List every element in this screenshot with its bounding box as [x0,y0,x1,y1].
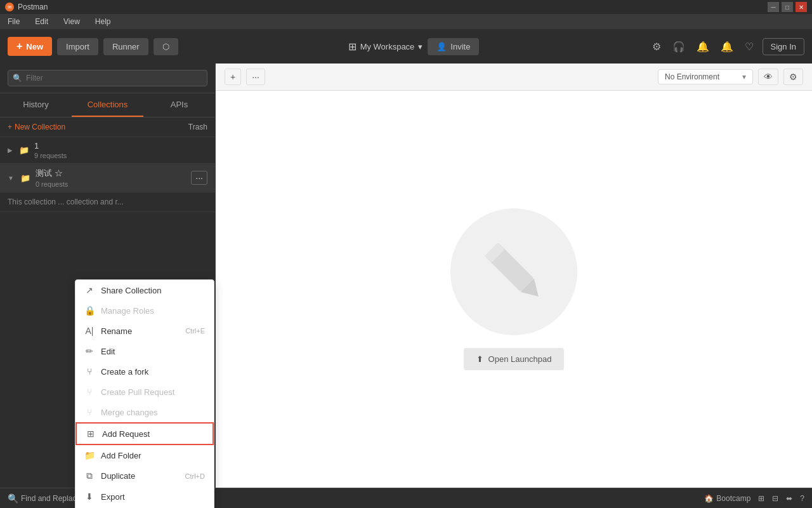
duplicate-icon: ⧉ [84,471,95,481]
runner-button[interactable]: Runner [103,38,148,55]
export-icon: ⬇ [84,491,95,502]
rename-icon: A| [84,326,95,336]
merge-icon: ⑂ [84,407,95,417]
settings-env-icon[interactable]: ⚙ [783,69,803,85]
add-tab-button[interactable]: + [225,69,241,85]
minimize-button[interactable]: ─ [768,2,779,12]
sidebar-tabs: History Collections APIs [0,93,215,117]
env-dropdown-icon: ▾ [742,72,746,81]
collection-info: 1 9 requests [34,141,207,159]
search-icon: 🔍 [13,74,22,83]
eye-icon[interactable]: 👁 [758,69,778,85]
bootcamp-button[interactable]: 🏠 Bootcamp [704,494,750,503]
context-menu: ↗ Share Collection 🔒 Manage Roles A| Ren… [75,279,214,508]
layout-3-button[interactable]: ⬌ [786,494,792,503]
trash-button[interactable]: Trash [188,123,207,131]
signin-button[interactable]: Sign In [763,38,804,55]
collection-name-2: 测试 ☆ [36,168,186,179]
sidebar-toolbar: + New Collection Trash [0,117,215,137]
lock-icon: 🔒 [84,305,95,316]
plus-icon: + [16,41,22,52]
menu-create-pull-request: ⑂ Create Pull Request [75,382,214,402]
edit-icon: ✏ [84,346,95,356]
pull-request-icon: ⑂ [84,387,95,397]
menu-create-fork[interactable]: ⑂ Create a fork [75,361,214,382]
collection-description: This collection ... collection and r... [0,192,215,212]
menu-view[interactable]: View [61,16,82,27]
open-launchpad-button[interactable]: ⬆ Open Launchpad [464,348,565,370]
new-collection-button[interactable]: + New Collection [8,123,65,131]
environment-selector[interactable]: No Environment ▾ [658,69,753,84]
close-button[interactable]: ✕ [796,2,807,12]
help-button[interactable]: ? [800,494,804,503]
main-layout: 🔍 History Collections APIs + New Collect… [0,64,812,488]
tab-collections[interactable]: Collections [72,93,143,117]
invite-button[interactable]: 👤 Invite [428,38,479,55]
env-label: No Environment [665,72,719,81]
rename-shortcut: Ctrl+E [185,327,205,335]
workspace-icon: ⊞ [348,41,357,53]
menu-manage-roles: 🔒 Manage Roles [75,300,214,321]
menu-add-folder[interactable]: 📁 Add Folder [75,445,214,465]
share-icon: ↗ [84,285,95,295]
launchpad-icon: ⬆ [476,354,483,364]
maximize-button[interactable]: □ [782,2,793,12]
folder-icon: 📁 [19,145,29,155]
caret-down-icon: ▼ [8,175,14,182]
caret-right-icon: ▶ [8,147,13,154]
collection-name: 1 [34,141,207,150]
collection-item-2[interactable]: ▼ 📁 测试 ☆ 0 requests ··· [0,164,215,192]
app-logo: ✉ [5,3,14,11]
content-area: + ··· No Environment ▾ 👁 ⚙ [216,64,812,488]
content-toolbar: + ··· No Environment ▾ 👁 ⚙ [216,64,812,91]
menu-rename[interactable]: A| Rename Ctrl+E [75,321,214,341]
add-folder-icon: 📁 [84,450,95,460]
duplicate-shortcut: Ctrl+D [185,472,205,480]
add-request-icon: ⊞ [86,429,96,439]
sidebar: 🔍 History Collections APIs + New Collect… [0,64,216,488]
menu-edit[interactable]: Edit [32,16,51,27]
headphone-icon[interactable]: 🎧 [670,38,688,55]
menu-add-request[interactable]: ⊞ Add Request [75,422,214,445]
menu-file[interactable]: File [5,16,22,27]
plus-icon-small: + [8,123,12,131]
collection-info-2: 测试 ☆ 0 requests [36,168,186,188]
collection-item-1[interactable]: ▶ 📁 1 9 requests [0,137,215,164]
more-tabs-button[interactable]: ··· [246,69,265,85]
invite-icon: 👤 [436,42,447,51]
search-input[interactable] [8,70,207,86]
workspace-dropdown-icon: ▾ [418,42,422,51]
settings-icon[interactable]: ⚙ [650,38,664,55]
fork-icon: ⑂ [84,366,95,377]
import-button[interactable]: Import [57,38,98,55]
folder-icon-2: 📁 [20,173,30,183]
layout-1-button[interactable]: ⊞ [758,494,764,503]
collection-requests-2: 0 requests [36,180,186,188]
more-options-button[interactable]: ··· [191,171,207,185]
bell-icon[interactable]: 🔔 [718,38,736,55]
empty-state-icon [450,208,577,335]
find-replace-button[interactable]: 🔍 Find and Replace [8,493,81,504]
collection-requests: 9 requests [34,152,207,159]
menu-merge-changes: ⑂ Merge changes [75,402,214,422]
menu-share-collection[interactable]: ↗ Share Collection [75,280,214,300]
menu-duplicate[interactable]: ⧉ Duplicate Ctrl+D [75,465,214,486]
new-button[interactable]: + New [8,37,52,56]
empty-state: ⬆ Open Launchpad [216,91,812,488]
find-replace-icon: 🔍 [8,493,18,504]
menu-edit[interactable]: ✏ Edit [75,341,214,361]
menu-help[interactable]: Help [93,16,114,27]
title-bar: ✉ Postman ─ □ ✕ [0,0,812,14]
heart-icon[interactable]: ♡ [742,38,756,55]
sidebar-search-area: 🔍 [0,64,215,93]
pencil-icon [476,234,552,310]
menu-export[interactable]: ⬇ Export [75,486,214,507]
workspace-button[interactable]: ⊞ My Workspace ▾ [348,41,423,53]
menu-bar: File Edit View Help [0,14,812,29]
interceptor-button[interactable]: ⬡ [154,38,178,55]
tab-history[interactable]: History [0,93,72,117]
toolbar: + New Import Runner ⬡ ⊞ My Workspace ▾ 👤… [0,29,812,64]
tab-apis[interactable]: APIs [143,93,215,117]
notification-icon[interactable]: 🔔 [694,38,712,55]
layout-2-button[interactable]: ⊟ [772,494,778,503]
